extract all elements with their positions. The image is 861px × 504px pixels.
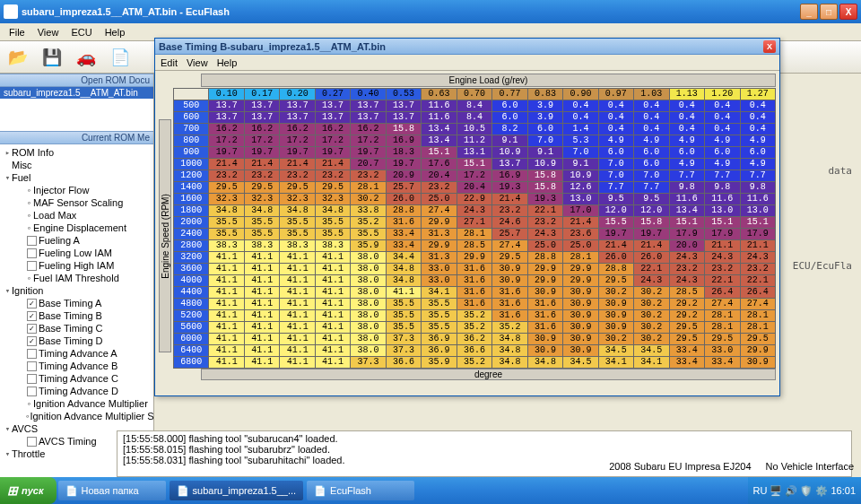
data-cell[interactable]: 8.2 bbox=[492, 124, 527, 135]
lang-indicator[interactable]: RU bbox=[753, 485, 768, 496]
row-header[interactable]: 3200 bbox=[174, 252, 209, 264]
data-cell[interactable]: 20.7 bbox=[351, 159, 386, 170]
col-header[interactable]: 0.77 bbox=[492, 89, 527, 100]
data-cell[interactable]: 9.5 bbox=[598, 194, 633, 205]
data-cell[interactable]: 29.5 bbox=[244, 182, 279, 194]
data-cell[interactable]: 30.9 bbox=[492, 264, 527, 275]
data-cell[interactable]: 30.9 bbox=[527, 334, 562, 345]
data-cell[interactable]: 41.1 bbox=[209, 310, 244, 322]
data-cell[interactable]: 31.6 bbox=[527, 310, 562, 322]
data-cell[interactable]: 4.9 bbox=[669, 135, 704, 147]
data-cell[interactable]: 22.1 bbox=[705, 275, 740, 287]
tree-item[interactable]: ∘MAF Sensor Scaling bbox=[2, 196, 152, 209]
data-cell[interactable]: 35.2 bbox=[492, 322, 527, 334]
data-cell[interactable]: 13.7 bbox=[492, 159, 527, 170]
data-cell[interactable]: 29.5 bbox=[669, 334, 704, 345]
data-cell[interactable]: 6.0 bbox=[492, 112, 527, 124]
data-cell[interactable]: 17.9 bbox=[740, 229, 776, 240]
data-cell[interactable]: 41.1 bbox=[280, 322, 315, 334]
tree-item[interactable]: ∘Engine Displacement bbox=[2, 222, 152, 234]
data-cell[interactable]: 15.1 bbox=[669, 217, 704, 229]
data-cell[interactable]: 1.4 bbox=[563, 124, 598, 135]
data-cell[interactable]: 22.1 bbox=[740, 275, 776, 287]
data-cell[interactable]: 35.2 bbox=[457, 310, 491, 322]
data-cell[interactable]: 30.9 bbox=[492, 275, 527, 287]
data-cell[interactable]: 34.5 bbox=[634, 345, 669, 357]
data-cell[interactable]: 27.4 bbox=[422, 205, 457, 217]
row-header[interactable]: 900 bbox=[174, 147, 209, 159]
data-cell[interactable]: 13.7 bbox=[315, 100, 350, 112]
data-cell[interactable]: 7.0 bbox=[563, 147, 598, 159]
data-cell[interactable]: 34.5 bbox=[563, 357, 598, 369]
data-cell[interactable]: 0.4 bbox=[669, 112, 704, 124]
data-cell[interactable]: 11.6 bbox=[740, 194, 776, 205]
data-cell[interactable]: 9.1 bbox=[527, 147, 562, 159]
data-cell[interactable]: 33.4 bbox=[669, 345, 704, 357]
row-header[interactable]: 500 bbox=[174, 100, 209, 112]
row-header[interactable]: 1200 bbox=[174, 170, 209, 182]
checkbox[interactable]: ✓ bbox=[27, 336, 37, 346]
data-cell[interactable]: 16.2 bbox=[280, 124, 315, 135]
row-header[interactable]: 800 bbox=[174, 135, 209, 147]
data-cell[interactable]: 23.2 bbox=[705, 264, 740, 275]
col-header[interactable]: 1.27 bbox=[740, 89, 776, 100]
row-header[interactable]: 1000 bbox=[174, 159, 209, 170]
data-cell[interactable]: 29.9 bbox=[457, 252, 491, 264]
data-cell[interactable]: 41.1 bbox=[315, 264, 350, 275]
data-cell[interactable]: 31.6 bbox=[527, 299, 562, 310]
data-cell[interactable]: 34.8 bbox=[209, 205, 244, 217]
tree-item[interactable]: ∘Ignition Advance Multiplier Step bbox=[2, 410, 152, 422]
data-cell[interactable]: 0.4 bbox=[705, 100, 740, 112]
data-cell[interactable]: 0.4 bbox=[740, 100, 776, 112]
row-header[interactable]: 600 bbox=[174, 112, 209, 124]
data-cell[interactable]: 41.1 bbox=[244, 357, 279, 369]
data-cell[interactable]: 41.1 bbox=[280, 299, 315, 310]
data-cell[interactable]: 0.4 bbox=[740, 124, 776, 135]
data-cell[interactable]: 36.6 bbox=[457, 345, 491, 357]
col-header[interactable]: 1.20 bbox=[705, 89, 740, 100]
data-cell[interactable]: 19.7 bbox=[209, 147, 244, 159]
data-cell[interactable]: 7.7 bbox=[740, 170, 776, 182]
data-cell[interactable]: 41.1 bbox=[209, 299, 244, 310]
col-header[interactable]: 0.90 bbox=[563, 89, 598, 100]
row-header[interactable]: 2400 bbox=[174, 229, 209, 240]
data-cell[interactable]: 21.4 bbox=[634, 240, 669, 252]
data-cell[interactable]: 28.8 bbox=[598, 264, 633, 275]
data-cell[interactable]: 13.7 bbox=[315, 112, 350, 124]
data-cell[interactable]: 12.6 bbox=[563, 182, 598, 194]
data-cell[interactable]: 13.7 bbox=[280, 100, 315, 112]
data-cell[interactable]: 7.7 bbox=[598, 182, 633, 194]
data-cell[interactable]: 29.5 bbox=[740, 334, 776, 345]
data-cell[interactable]: 0.4 bbox=[634, 100, 669, 112]
data-cell[interactable]: 35.9 bbox=[351, 240, 386, 252]
taskbar-item[interactable]: 📄subaru_impreza1.5__... bbox=[170, 481, 304, 500]
data-cell[interactable]: 29.9 bbox=[422, 217, 457, 229]
data-cell[interactable]: 27.4 bbox=[705, 299, 740, 310]
tree-item[interactable]: Misc bbox=[2, 159, 152, 171]
data-cell[interactable]: 30.9 bbox=[598, 299, 633, 310]
data-cell[interactable]: 17.2 bbox=[351, 135, 386, 147]
data-cell[interactable]: 31.6 bbox=[457, 287, 491, 299]
data-cell[interactable]: 0.4 bbox=[669, 124, 704, 135]
data-cell[interactable]: 4.9 bbox=[705, 135, 740, 147]
data-cell[interactable]: 35.5 bbox=[422, 322, 457, 334]
data-cell[interactable]: 7.0 bbox=[634, 170, 669, 182]
data-cell[interactable]: 16.2 bbox=[315, 124, 350, 135]
data-cell[interactable]: 34.8 bbox=[492, 334, 527, 345]
data-cell[interactable]: 33.0 bbox=[705, 345, 740, 357]
open-icon[interactable]: 📂 bbox=[5, 45, 30, 70]
data-cell[interactable]: 29.9 bbox=[563, 264, 598, 275]
data-cell[interactable]: 41.1 bbox=[280, 275, 315, 287]
data-cell[interactable]: 38.0 bbox=[351, 252, 386, 264]
row-header[interactable]: 1600 bbox=[174, 194, 209, 205]
data-cell[interactable]: 29.5 bbox=[280, 182, 315, 194]
menu-view[interactable]: View bbox=[32, 25, 65, 39]
data-cell[interactable]: 35.5 bbox=[315, 229, 350, 240]
data-cell[interactable]: 26.4 bbox=[705, 287, 740, 299]
row-header[interactable]: 2000 bbox=[174, 217, 209, 229]
data-cell[interactable]: 24.3 bbox=[669, 252, 704, 264]
data-cell[interactable]: 33.0 bbox=[422, 275, 457, 287]
col-header[interactable]: 0.63 bbox=[422, 89, 457, 100]
data-cell[interactable]: 19.3 bbox=[527, 194, 562, 205]
data-cell[interactable]: 35.5 bbox=[209, 217, 244, 229]
